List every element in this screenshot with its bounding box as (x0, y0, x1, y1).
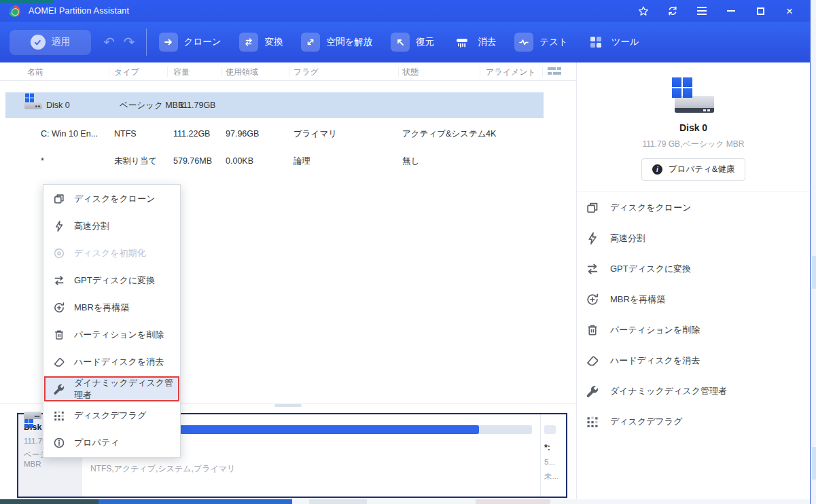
rebuild-mbr-icon (53, 302, 65, 314)
disk-large-icon (672, 77, 715, 114)
sidebar-item-clone-disk[interactable]: ディスクをクローン (577, 192, 810, 223)
menu-item-delete-partition[interactable]: パーティションを削除 (43, 321, 180, 348)
info-icon (53, 437, 65, 449)
column-settings-icon[interactable] (548, 67, 561, 76)
unalloc-type: 未割り当て (114, 156, 157, 167)
unalloc-capacity: 579.76MB (173, 156, 212, 166)
col-used[interactable]: 使用領域 (226, 67, 258, 78)
sidebar-item-rebuild-mbr[interactable]: MBRを再構築 (577, 284, 810, 314)
table-header: 名前 タイプ 容量 使用領域 フラグ 状態 アライメント (0, 62, 576, 81)
convert-button[interactable]: 変換 (239, 33, 283, 52)
undo-icon[interactable]: ↶ (103, 35, 115, 49)
part-status: アクティブ&システム (402, 128, 486, 140)
defrag-dots-icon (53, 410, 65, 422)
unallocated-label: *: (544, 443, 566, 452)
close-button[interactable]: × (784, 5, 795, 16)
maximize-button[interactable] (755, 5, 766, 16)
part-capacity: 111.22GB (173, 129, 210, 139)
check-icon (31, 35, 46, 50)
unallocated-usage-bar (544, 425, 556, 434)
sidebar-item-quick-partition[interactable]: 高速分割 (577, 223, 810, 253)
wrench-icon (53, 383, 65, 395)
eraser-icon (586, 354, 599, 367)
table-row-unallocated[interactable]: * 未割り当て 579.76MB 0.00KB 論理 無し (0, 148, 544, 174)
sidebar-item-wipe-disk[interactable]: ハードディスクを消去 (577, 345, 810, 376)
menu-item-properties[interactable]: プロパティ (43, 429, 180, 456)
menu-item-initialize-disk: ディスクを初期化 (43, 240, 180, 267)
release-space-label: 空間を解放 (326, 36, 372, 48)
table-row-partition-c[interactable]: C: Win 10 En... NTFS 111.22GB 97.96GB プラ… (0, 121, 544, 147)
menu-item-disk-defrag[interactable]: ディスクデフラグ (43, 402, 180, 429)
wrench-icon (586, 384, 599, 398)
menu-item-dynamic-disk-manager[interactable]: ダイナミックディスク管理者 (44, 376, 179, 401)
clone-disk-icon (53, 193, 65, 205)
part-name: C: Win 10 En... (41, 129, 98, 139)
table-row-disk0[interactable]: Disk 0 ベーシック MBR 111.79GB (5, 92, 544, 118)
col-alignment[interactable]: アライメント (486, 67, 536, 78)
lightning-icon (53, 220, 65, 232)
sidebar-item-delete-partition[interactable]: パーティションを削除 (577, 314, 810, 345)
col-name[interactable]: 名前 (27, 67, 43, 78)
clone-arrow-icon (159, 33, 178, 52)
rebuild-mbr-icon (586, 293, 599, 306)
part-flag: プライマリ (294, 128, 337, 140)
col-status[interactable]: 状態 (402, 67, 419, 78)
col-type[interactable]: タイプ (114, 67, 139, 78)
clone-label: クローン (184, 36, 221, 48)
restore-button[interactable]: 復元 (391, 33, 434, 52)
test-label: テスト (539, 36, 567, 48)
menu-icon[interactable] (696, 5, 707, 16)
unallocated-size: 5... (544, 458, 566, 466)
sidebar-item-convert-gpt[interactable]: GPTディスクに変換 (577, 253, 810, 284)
minimize-button[interactable] (726, 5, 737, 16)
menu-item-convert-gpt[interactable]: GPTディスクに変換 (43, 267, 180, 294)
release-space-button[interactable]: 空間を解放 (301, 33, 372, 52)
app-title: AOMEI Partition Assistant (29, 6, 129, 16)
convert-label: 変換 (264, 36, 283, 48)
info-icon: i (652, 164, 662, 175)
tools-grid-icon (586, 33, 605, 52)
sidebar-disk-name: Disk 0 (577, 122, 810, 133)
apply-label: 適用 (52, 36, 71, 48)
defrag-dots-icon (586, 415, 599, 429)
menu-item-rebuild-mbr[interactable]: MBRを再構築 (43, 294, 180, 321)
initialize-disk-icon (53, 247, 65, 259)
part-type: NTFS (114, 129, 137, 139)
background-window-bottom-sliver (0, 499, 816, 504)
clone-button[interactable]: クローン (159, 33, 221, 52)
disk-context-menu: ディスクをクローン 高速分割 ディスクを初期化 GPTディスクに変換 MBRを再… (43, 184, 181, 458)
convert-gpt-icon (586, 262, 599, 276)
trash-icon (586, 323, 599, 337)
sidebar-item-dynamic-disk-manager[interactable]: ダイナミックディスク管理者 (577, 376, 810, 406)
trash-icon (53, 329, 65, 341)
menu-item-clone-disk[interactable]: ディスクをクローン (43, 185, 180, 213)
favorite-star-icon[interactable] (638, 5, 649, 16)
unalloc-used: 0.00KB (226, 156, 253, 166)
splitter-handle[interactable] (274, 404, 302, 407)
disk0-name: Disk 0 (46, 101, 70, 110)
tools-button[interactable]: ツール (586, 33, 639, 52)
waveform-icon (514, 33, 533, 52)
properties-health-button[interactable]: i プロパティ&健康 (641, 158, 745, 181)
menu-item-quick-partition[interactable]: 高速分割 (43, 213, 180, 240)
toolbar-divider (146, 29, 147, 56)
restore-arrow-icon (391, 33, 410, 52)
apply-button[interactable]: 適用 (10, 30, 91, 55)
col-capacity[interactable]: 容量 (173, 67, 190, 78)
shredder-icon (453, 33, 472, 52)
part-used: 97.96GB (226, 129, 259, 139)
sidebar-action-list: ディスクをクローン 高速分割 GPTディスクに変換 MBRを再構築 パーティショ… (577, 192, 810, 437)
test-button[interactable]: テスト (514, 33, 567, 52)
refresh-icon[interactable] (667, 5, 678, 16)
disk-map-unallocated[interactable]: *: 5... 未... (544, 414, 566, 497)
erase-button[interactable]: 消去 (453, 33, 496, 52)
col-flag[interactable]: フラグ (294, 67, 319, 78)
unalloc-name: * (41, 156, 44, 166)
tools-label: ツール (611, 36, 639, 48)
part-alignment: 4K (486, 129, 496, 139)
sidebar-item-disk-defrag[interactable]: ディスクデフラグ (577, 406, 810, 437)
menu-item-wipe-disk[interactable]: ハードディスクを消去 (43, 348, 180, 376)
redo-icon[interactable]: ↷ (124, 35, 135, 49)
convert-arrows-icon (239, 33, 258, 52)
background-window-right-sliver (810, 0, 816, 504)
